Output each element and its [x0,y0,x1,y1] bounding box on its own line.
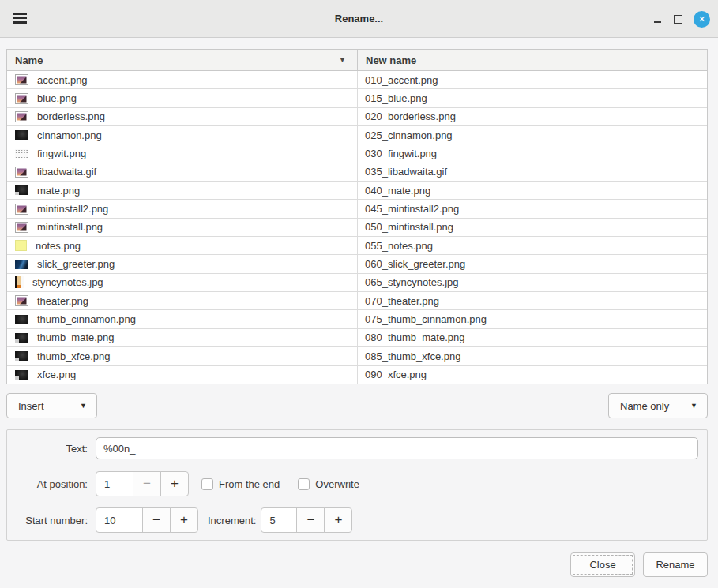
plus-icon[interactable]: + [324,507,352,533]
file-thumbnail-icon [15,130,28,140]
rename-button[interactable]: Rename [643,552,708,577]
file-thumbnail-icon [15,93,28,104]
file-new-name: 045_mintinstall2.png [365,203,459,215]
text-label: Text: [7,443,88,455]
file-name: thumb_cinnamon.png [37,313,136,325]
file-new-name: 065_styncynotes.jpg [365,276,459,288]
column-new-name-label: New name [366,54,416,66]
file-name: notes.png [36,240,81,252]
table-row[interactable]: borderless.png 020_borderless.png [7,108,707,126]
text-input[interactable] [96,437,698,459]
at-position-input[interactable] [96,471,133,496]
start-number-label: Start number: [7,515,88,526]
scope-dropdown[interactable]: Name only ▼ [608,393,708,418]
sort-descending-icon: ▼ [339,56,346,64]
column-header-name[interactable]: Name ▼ [7,50,358,70]
file-new-name: 015_blue.png [365,92,427,104]
file-new-name: 070_theater.png [365,295,439,307]
scope-dropdown-label: Name only [620,400,669,412]
file-thumbnail-icon [15,149,28,158]
file-name: slick_greeter.png [37,258,115,270]
file-name: cinnamon.png [37,129,102,141]
table-row[interactable]: theater.png 070_theater.png [7,292,707,310]
file-name: thumb_mate.png [37,331,115,343]
from-the-end-label: From the end [219,478,280,490]
close-button[interactable]: Close [570,552,635,577]
table-row[interactable]: mintinstall2.png 045_mintinstall2.png [7,200,707,218]
insert-dropdown-label: Insert [18,400,44,412]
overwrite-checkbox[interactable] [298,478,310,490]
file-thumbnail-icon [15,222,28,233]
minus-icon[interactable]: − [142,507,171,533]
file-thumbnail-icon [15,351,28,361]
file-thumbnail-icon [15,111,28,122]
file-thumbnail-icon [15,167,28,178]
table-row[interactable]: mintinstall.png 050_mintinstall.png [7,219,707,237]
file-name: mate.png [37,185,80,197]
plus-icon[interactable]: + [160,471,189,496]
window-title: Rename... [0,0,718,38]
from-the-end-checkbox[interactable] [201,478,213,490]
table-row[interactable]: thumb_mate.png 080_thumb_mate.png [7,329,707,347]
minus-icon[interactable]: − [296,507,325,533]
file-thumbnail-icon [15,204,28,215]
file-name: styncynotes.jpg [32,276,103,288]
file-name: fingwit.png [37,148,86,159]
table-row[interactable]: fingwit.png 030_fingwit.png [7,144,707,163]
table-row[interactable]: styncynotes.jpg 065_styncynotes.jpg [7,274,707,292]
close-icon[interactable]: ✕ [694,11,710,28]
file-new-name: 025_cinnamon.png [365,129,453,141]
increment-stepper: − + [261,507,352,533]
table-row[interactable]: cinnamon.png 025_cinnamon.png [7,126,707,144]
increment-label: Increment: [208,515,256,526]
file-name: accent.png [37,74,88,86]
minus-icon[interactable]: − [133,471,161,496]
table-row[interactable]: libadwaita.gif 035_libadwaita.gif [7,163,707,182]
table-row[interactable]: slick_greeter.png 060_slick_greeter.png [7,255,707,273]
file-name: mintinstall2.png [37,203,108,215]
file-thumbnail-icon [15,333,28,343]
file-name: blue.png [37,92,77,104]
file-new-name: 050_mintinstall.png [365,221,453,233]
maximize-button[interactable] [674,15,682,24]
overwrite-label: Overwrite [315,478,359,490]
titlebar: Rename... ✕ [0,0,718,38]
at-position-label: At position: [7,478,88,490]
table-header: Name ▼ New name [7,50,707,71]
table-body: accent.png 010_accent.png blue.png 015_b… [7,71,707,384]
minimize-button[interactable] [654,15,663,24]
file-name: borderless.png [37,110,105,122]
file-new-name: 060_slick_greeter.png [365,258,465,270]
table-row[interactable]: thumb_cinnamon.png 075_thumb_cinnamon.pn… [7,310,707,328]
chevron-down-icon: ▼ [690,402,697,410]
file-new-name: 085_thumb_xfce.png [365,350,460,362]
file-new-name: 020_borderless.png [365,110,456,122]
table-row[interactable]: xfce.png 090_xfce.png [7,366,707,384]
file-thumbnail-icon [15,295,28,306]
file-new-name: 055_notes.png [365,240,433,252]
file-thumbnail-icon [15,185,28,195]
table-row[interactable]: notes.png 055_notes.png [7,237,707,255]
table-row[interactable]: accent.png 010_accent.png [7,71,707,89]
table-row[interactable]: blue.png 015_blue.png [7,89,707,107]
rename-preview-table: Name ▼ New name accent.png 010_accent.pn… [6,49,708,384]
file-new-name: 090_xfce.png [365,369,427,380]
insert-dropdown[interactable]: Insert ▼ [6,393,97,418]
file-new-name: 075_thumb_cinnamon.png [365,313,487,325]
file-new-name: 040_mate.png [365,185,430,197]
file-thumbnail-icon [15,315,28,324]
file-new-name: 080_thumb_mate.png [365,331,464,343]
file-name: xfce.png [37,369,76,380]
column-header-new-name[interactable]: New name [358,50,707,70]
column-name-label: Name [15,54,43,66]
plus-icon[interactable]: + [170,507,198,533]
chevron-down-icon: ▼ [80,402,87,410]
table-row[interactable]: mate.png 040_mate.png [7,182,707,200]
increment-input[interactable] [261,507,297,533]
table-row[interactable]: thumb_xfce.png 085_thumb_xfce.png [7,347,707,365]
file-thumbnail-icon [15,276,24,288]
start-number-input[interactable] [96,507,143,533]
file-name: thumb_xfce.png [37,350,111,362]
file-new-name: 035_libadwaita.gif [365,166,447,178]
file-name: libadwaita.gif [37,166,96,178]
